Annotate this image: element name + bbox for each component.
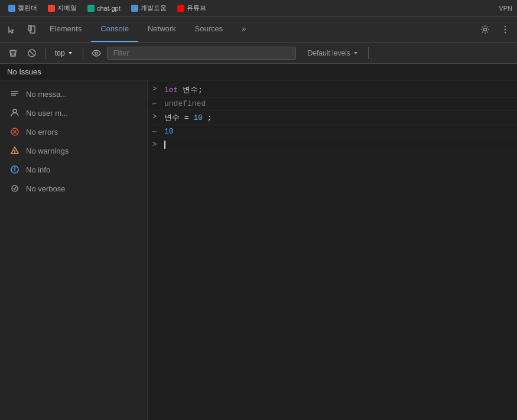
toolbar-divider-2 xyxy=(83,47,83,59)
svg-point-8 xyxy=(95,52,97,54)
devtools-panel: Elements Console Network Sources » xyxy=(0,17,517,420)
console-line: > 변수 = 10 ; xyxy=(148,110,517,125)
warning-icon xyxy=(9,145,20,156)
sidebar-item-warnings[interactable]: No warnings xyxy=(0,142,147,159)
context-selector[interactable]: top xyxy=(50,48,78,58)
console-line: ← 10 xyxy=(148,125,517,138)
sidebar-warnings-label: No warnings xyxy=(26,146,69,155)
svg-rect-1 xyxy=(30,26,35,33)
devtools-tabs: Elements Console Network Sources » xyxy=(40,17,476,42)
sidebar-verbose-label: No verbose xyxy=(26,184,65,193)
svg-point-5 xyxy=(505,31,506,33)
browser-tab[interactable]: 캘린더 xyxy=(5,2,41,14)
levels-label: Default levels xyxy=(308,49,350,57)
console-cursor-line xyxy=(164,140,512,149)
browser-tab-youtube[interactable]: 유튜브 xyxy=(174,2,210,14)
input-arrow: > xyxy=(152,85,164,93)
no-issues-bar: No Issues xyxy=(0,64,517,80)
info-icon xyxy=(9,164,20,175)
svg-point-12 xyxy=(13,109,17,113)
levels-chevron-icon xyxy=(353,50,359,56)
user-icon xyxy=(9,108,20,118)
filter-input[interactable] xyxy=(107,47,296,60)
cursor xyxy=(164,141,165,149)
context-label: top xyxy=(55,49,65,57)
eye-icon-button[interactable] xyxy=(88,45,105,61)
browser-tab-dev[interactable]: 개발도움 xyxy=(128,2,170,14)
svg-point-4 xyxy=(505,28,506,30)
console-result: 10 xyxy=(164,127,512,136)
sidebar-item-messages[interactable]: No messa... xyxy=(0,85,147,103)
svg-point-17 xyxy=(15,153,15,154)
no-filter-button[interactable] xyxy=(24,45,40,61)
browser-tab-chatgpt[interactable]: chat-gpt xyxy=(84,4,124,13)
console-main: No messa... No user m... xyxy=(0,80,517,420)
more-options-button[interactable] xyxy=(496,20,515,39)
error-icon xyxy=(9,126,20,137)
sidebar-user-label: No user m... xyxy=(26,109,68,118)
devtools-navbar: Elements Console Network Sources » xyxy=(0,17,517,43)
tab-elements[interactable]: Elements xyxy=(40,17,91,42)
svg-point-3 xyxy=(505,25,506,27)
console-line: ← undefined xyxy=(148,97,517,110)
messages-icon xyxy=(9,89,20,99)
chevron-down-icon xyxy=(67,50,73,56)
console-result: undefined xyxy=(164,99,512,108)
inspect-element-button[interactable] xyxy=(2,20,21,39)
clear-console-button[interactable] xyxy=(5,45,21,61)
console-sidebar: No messa... No user m... xyxy=(0,80,148,420)
console-output[interactable]: > let 변수; ← undefined > 변수 = 10 ; xyxy=(148,80,517,420)
console-code: let 변수; xyxy=(164,84,512,95)
svg-point-2 xyxy=(484,28,487,31)
svg-line-7 xyxy=(30,51,34,56)
vpn-label: VPN xyxy=(499,5,512,12)
output-arrow: ← xyxy=(152,128,164,136)
console-active-line[interactable]: > xyxy=(148,138,517,151)
toolbar-divider-3 xyxy=(368,47,369,59)
console-toolbar: top Default levels xyxy=(0,43,517,64)
sidebar-item-user[interactable]: No user m... xyxy=(0,104,147,122)
no-issues-label: No Issues xyxy=(7,67,41,76)
svg-point-20 xyxy=(15,168,15,168)
tab-more[interactable]: » xyxy=(232,17,255,42)
verbose-icon xyxy=(9,183,20,194)
sidebar-item-verbose[interactable]: No verbose xyxy=(0,180,147,197)
console-line: > let 변수; xyxy=(148,83,517,97)
device-toolbar-button[interactable] xyxy=(21,20,40,39)
default-levels-button[interactable]: Default levels xyxy=(303,48,363,58)
console-code: 변수 = 10 ; xyxy=(164,112,512,123)
browser-tab-gmail[interactable]: 지메일 xyxy=(44,2,80,14)
sidebar-info-label: No info xyxy=(26,165,50,174)
tab-network[interactable]: Network xyxy=(138,17,186,42)
tab-console[interactable]: Console xyxy=(91,17,138,42)
input-arrow: > xyxy=(152,141,164,149)
sidebar-item-errors[interactable]: No errors xyxy=(0,123,147,141)
sidebar-messages-label: No messa... xyxy=(26,90,67,99)
sidebar-item-info[interactable]: No info xyxy=(0,161,147,178)
sidebar-errors-label: No errors xyxy=(26,128,58,136)
tab-sources[interactable]: Sources xyxy=(186,17,233,42)
input-arrow: > xyxy=(152,113,164,121)
browser-bar: 캘린더 지메일 chat-gpt 개발도움 유튜브 VPN xyxy=(0,0,517,17)
settings-button[interactable] xyxy=(476,20,495,39)
output-arrow: ← xyxy=(152,100,164,108)
toolbar-divider xyxy=(45,47,45,59)
